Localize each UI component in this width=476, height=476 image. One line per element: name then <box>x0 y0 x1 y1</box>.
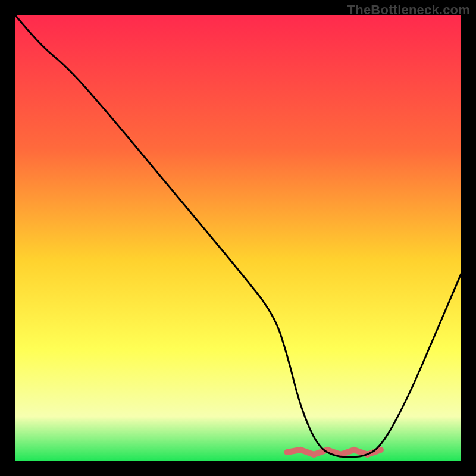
watermark-text: TheBottleneck.com <box>347 2 470 18</box>
gradient-background <box>15 15 461 461</box>
plot-area <box>15 15 461 461</box>
chart-svg <box>15 15 461 461</box>
chart-stage: TheBottleneck.com <box>0 0 476 476</box>
